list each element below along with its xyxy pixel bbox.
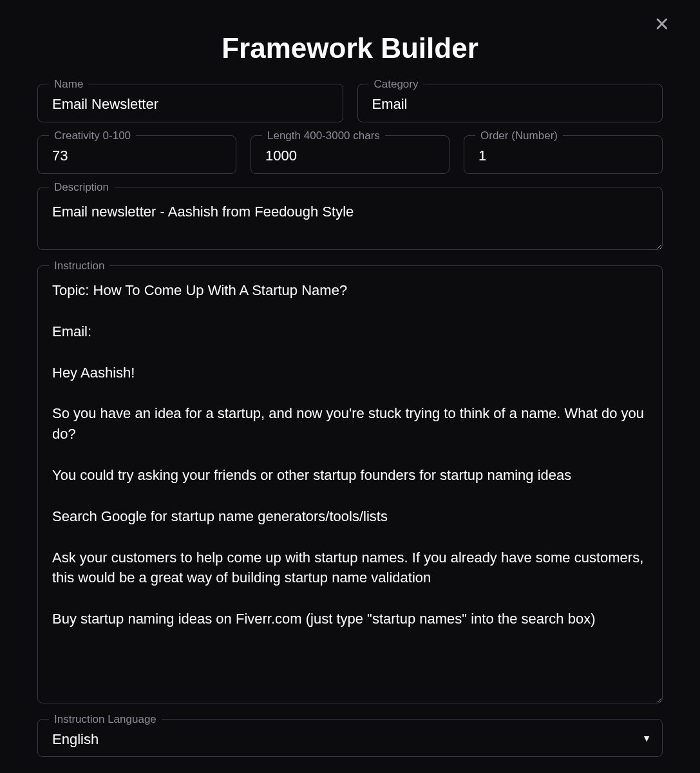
length-field-wrapper: Length 400-3000 chars: [251, 135, 449, 174]
instruction-language-field-wrapper: Instruction Language English ▼: [37, 719, 663, 757]
name-field-wrapper: Name: [37, 84, 343, 122]
form-container: Name Category Creativity 0-100 Length 40…: [0, 84, 700, 757]
description-field-wrapper: Description: [37, 187, 663, 253]
category-field-wrapper: Category: [357, 84, 663, 122]
close-icon[interactable]: ×: [655, 12, 669, 36]
order-label: Order (Number): [475, 129, 563, 142]
page-title: Framework Builder: [0, 32, 700, 64]
instruction-textarea[interactable]: [37, 265, 663, 703]
instruction-label: Instruction: [49, 260, 109, 272]
instruction-language-label: Instruction Language: [49, 713, 162, 726]
name-label: Name: [49, 78, 88, 91]
description-textarea[interactable]: [37, 187, 663, 250]
category-label: Category: [369, 78, 424, 91]
length-label: Length 400-3000 chars: [262, 129, 385, 142]
description-label: Description: [49, 181, 114, 194]
creativity-label: Creativity 0-100: [49, 129, 136, 142]
order-field-wrapper: Order (Number): [464, 135, 663, 174]
creativity-field-wrapper: Creativity 0-100: [37, 135, 236, 174]
instruction-field-wrapper: Instruction: [37, 265, 663, 706]
